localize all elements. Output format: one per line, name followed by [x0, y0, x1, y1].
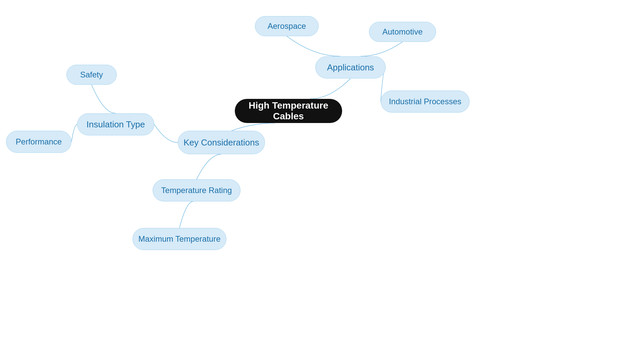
aerospace-node[interactable]: Aerospace	[255, 16, 319, 36]
temperature-rating-node[interactable]: Temperature Rating	[153, 179, 240, 201]
performance-node[interactable]: Performance	[6, 131, 71, 153]
applications-node[interactable]: Applications	[315, 56, 386, 78]
insulation-type-node[interactable]: Insulation Type	[77, 113, 154, 135]
industrial-processes-node[interactable]: Industrial Processes	[381, 90, 470, 113]
key-considerations-node[interactable]: Key Considerations	[178, 131, 265, 154]
safety-node[interactable]: Safety	[66, 65, 117, 85]
automotive-node[interactable]: Automotive	[369, 22, 436, 42]
center-node[interactable]: High Temperature Cables	[235, 99, 342, 123]
maximum-temperature-node[interactable]: Maximum Temperature	[132, 228, 226, 250]
